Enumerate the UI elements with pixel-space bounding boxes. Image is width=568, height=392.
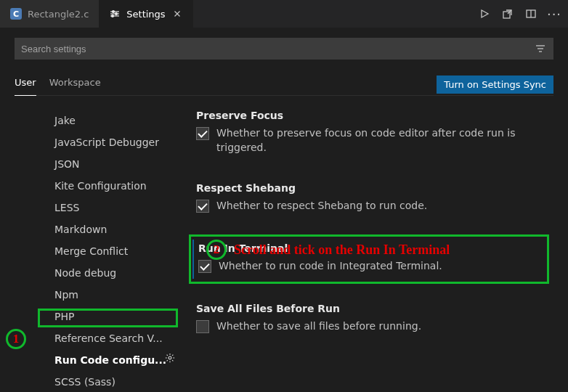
setting-description: Whether to preserve focus on code editor… [216, 126, 542, 155]
toc-item-node-debug[interactable]: Node debug [0, 262, 182, 284]
close-icon[interactable] [171, 8, 183, 20]
setting-preserve-focus: Preserve Focus Whether to preserve focus… [189, 104, 549, 163]
tab-label: Settings [126, 9, 165, 20]
scope-tab-user[interactable]: User [15, 73, 36, 96]
setting-respect-shebang: Respect Shebang Whether to respect Sheba… [189, 176, 549, 221]
toc-item-label: Run Code configu... [54, 354, 166, 366]
setting-check-row: Whether to run code in Integrated Termin… [198, 258, 540, 273]
setting-title: Preserve Focus [196, 110, 542, 121]
tab-rectangle2[interactable]: C Rectangle2.c [0, 0, 99, 28]
open-external-icon[interactable] [501, 7, 514, 20]
setting-description: Whether to save all files before running… [216, 319, 421, 333]
svg-marker-8 [482, 10, 488, 17]
setting-title: Save All Files Before Run [196, 303, 542, 314]
toc-item-npm[interactable]: Npm [0, 284, 182, 306]
toc-item-reference-search[interactable]: Reference Search V... [0, 327, 182, 349]
more-actions-icon[interactable]: ··· [548, 7, 561, 20]
annotation-circle-2: 2 [206, 240, 227, 260]
toc-item-jake[interactable]: Jake [0, 110, 182, 131]
setting-check-row: Whether to respect Shebang to run code. [196, 198, 542, 213]
svg-point-15 [169, 356, 171, 359]
toc-item-merge-conflict[interactable]: Merge Conflict [0, 240, 182, 262]
settings-toc[interactable]: Jake JavaScript Debugger JSON Kite Confi… [0, 104, 182, 392]
scope-tabs: User Workspace [15, 73, 101, 96]
editor-tabbar: C Rectangle2.c Settings ··· [0, 0, 568, 28]
setting-check-row: Whether to save all files before running… [196, 319, 542, 333]
title-actions: ··· [471, 0, 568, 28]
setting-description: Whether to run code in Integrated Termin… [219, 258, 442, 273]
settings-search[interactable] [15, 38, 553, 60]
tab-label: Rectangle2.c [28, 9, 89, 20]
checkbox-preserve-focus[interactable] [196, 127, 209, 140]
toc-item-json[interactable]: JSON [0, 153, 182, 175]
toc-item-less[interactable]: LESS [0, 197, 182, 219]
toc-item-markdown[interactable]: Markdown [0, 219, 182, 240]
split-editor-icon[interactable] [524, 7, 537, 20]
settings-sync-button[interactable]: Turn on Settings Sync [437, 75, 553, 94]
run-icon[interactable] [478, 7, 491, 20]
svg-point-4 [115, 13, 118, 15]
setting-check-row: Whether to preserve focus on code editor… [196, 126, 542, 155]
divider [15, 95, 553, 96]
svg-point-5 [112, 15, 114, 17]
annotation-2: 2 Scroll and tick on the Run In Terminal [206, 240, 450, 260]
settings-icon [109, 8, 121, 20]
toc-item-run-code-configuration[interactable]: Run Code configu... [0, 349, 182, 371]
annotation-text-2: Scroll and tick on the Run In Terminal [234, 242, 450, 258]
tab-settings[interactable]: Settings [99, 0, 192, 28]
checkbox-run-in-terminal[interactable] [198, 260, 211, 273]
checkbox-save-all-files[interactable] [196, 320, 209, 333]
svg-point-3 [113, 11, 115, 13]
settings-search-wrap [0, 28, 568, 60]
settings-scope-row: User Workspace Turn on Settings Sync [0, 67, 568, 97]
setting-description: Whether to respect Shebang to run code. [216, 198, 427, 213]
toc-item-javascript-debugger[interactable]: JavaScript Debugger [0, 131, 182, 153]
search-input[interactable] [21, 44, 534, 54]
toc-item-scss[interactable]: SCSS (Sass) [0, 371, 182, 392]
setting-title: Respect Shebang [196, 182, 542, 194]
toc-item-php[interactable]: PHP [0, 306, 182, 327]
toc-item-kite-configuration[interactable]: Kite Configuration [0, 175, 182, 197]
annotation-circle-1: 1 [6, 329, 26, 349]
settings-toc-wrap: Jake JavaScript Debugger JSON Kite Confi… [0, 104, 182, 392]
setting-save-all-files: Save All Files Before Run Whether to sav… [189, 297, 549, 342]
file-type-badge: C [10, 8, 22, 20]
checkbox-respect-shebang[interactable] [196, 200, 209, 213]
scope-tab-workspace[interactable]: Workspace [49, 73, 101, 96]
filter-icon[interactable] [534, 43, 547, 54]
gear-icon[interactable] [164, 352, 176, 364]
